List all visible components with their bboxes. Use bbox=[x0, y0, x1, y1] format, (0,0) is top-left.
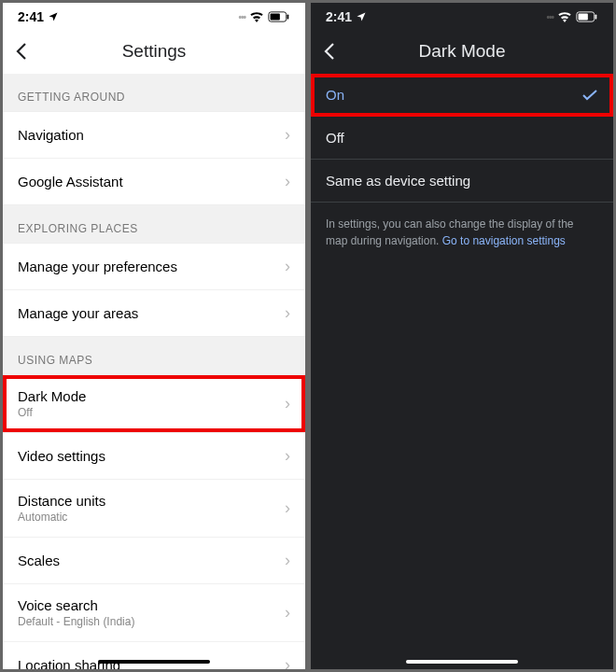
status-cell-icon: ••• bbox=[238, 12, 245, 22]
wifi-icon bbox=[557, 11, 572, 22]
chevron-right-icon: › bbox=[285, 655, 290, 669]
row-label: Video settings bbox=[18, 448, 105, 464]
phone-settings-light: 2:41 ••• Settings GETTING AROUND Navigat… bbox=[0, 0, 308, 672]
status-time: 2:41 bbox=[18, 9, 44, 24]
location-icon bbox=[356, 11, 367, 22]
row-label: Distance units bbox=[18, 493, 105, 509]
row-label: Google Assistant bbox=[18, 174, 123, 189]
row-distance-units[interactable]: Distance units Automatic › bbox=[3, 479, 305, 537]
section-header-using-maps: USING MAPS bbox=[3, 337, 305, 374]
wifi-icon bbox=[249, 11, 264, 22]
back-button[interactable] bbox=[311, 42, 348, 61]
svg-rect-4 bbox=[579, 14, 588, 21]
nav-header: Settings bbox=[3, 29, 305, 74]
check-icon bbox=[581, 89, 598, 102]
info-link[interactable]: Go to navigation settings bbox=[442, 234, 566, 247]
chevron-right-icon: › bbox=[285, 172, 290, 191]
svg-rect-2 bbox=[287, 14, 289, 19]
row-sublabel: Automatic bbox=[18, 511, 105, 524]
row-navigation[interactable]: Navigation › bbox=[3, 112, 305, 158]
chevron-right-icon: › bbox=[285, 303, 290, 323]
home-indicator[interactable] bbox=[406, 660, 518, 664]
darkmode-options: On Off Same as device setting In setting… bbox=[311, 74, 613, 669]
row-label: Dark Mode bbox=[18, 388, 86, 404]
page-title: Dark Mode bbox=[311, 41, 613, 62]
battery-icon bbox=[268, 11, 290, 22]
option-on[interactable]: On bbox=[311, 74, 613, 117]
status-time: 2:41 bbox=[326, 9, 352, 24]
location-icon bbox=[48, 11, 59, 22]
row-label: Navigation bbox=[18, 127, 84, 143]
row-sublabel: Off bbox=[18, 406, 86, 419]
chevron-right-icon: › bbox=[285, 603, 290, 623]
svg-rect-5 bbox=[595, 14, 597, 19]
chevron-right-icon: › bbox=[285, 125, 290, 145]
nav-header: Dark Mode bbox=[311, 29, 613, 74]
option-off[interactable]: Off bbox=[311, 117, 613, 160]
option-label: Off bbox=[326, 130, 344, 146]
info-text: In settings, you can also change the dis… bbox=[311, 203, 613, 262]
row-dark-mode[interactable]: Dark Mode Off › bbox=[3, 375, 305, 432]
section-header-exploring-places: EXPLORING PLACES bbox=[3, 205, 305, 243]
row-scales[interactable]: Scales › bbox=[3, 537, 305, 583]
status-bar: 2:41 ••• bbox=[3, 3, 305, 29]
row-label: Manage your preferences bbox=[18, 259, 177, 274]
row-voice-search[interactable]: Voice search Default - English (India) › bbox=[3, 583, 305, 641]
svg-rect-1 bbox=[271, 14, 280, 21]
row-manage-areas[interactable]: Manage your areas › bbox=[3, 289, 305, 336]
row-label: Voice search bbox=[18, 597, 134, 613]
section-header-getting-around: GETTING AROUND bbox=[3, 74, 305, 111]
row-video-settings[interactable]: Video settings › bbox=[3, 432, 305, 479]
option-label: On bbox=[326, 87, 344, 103]
row-label: Scales bbox=[18, 553, 60, 568]
option-same-as-device[interactable]: Same as device setting bbox=[311, 160, 613, 203]
chevron-right-icon: › bbox=[285, 257, 290, 276]
option-label: Same as device setting bbox=[326, 173, 470, 189]
status-bar: 2:41 ••• bbox=[311, 3, 613, 29]
row-label: Manage your areas bbox=[18, 305, 138, 321]
row-sublabel: Default - English (India) bbox=[18, 615, 134, 628]
status-cell-icon: ••• bbox=[546, 12, 553, 22]
row-manage-preferences[interactable]: Manage your preferences › bbox=[3, 244, 305, 289]
row-google-assistant[interactable]: Google Assistant › bbox=[3, 158, 305, 204]
battery-icon bbox=[576, 11, 598, 22]
phone-darkmode-dark: 2:41 ••• Dark Mode On Off bbox=[308, 0, 616, 672]
chevron-right-icon: › bbox=[285, 394, 290, 413]
home-indicator[interactable] bbox=[98, 660, 210, 664]
chevron-right-icon: › bbox=[285, 446, 290, 466]
chevron-right-icon: › bbox=[285, 498, 290, 518]
page-title: Settings bbox=[3, 41, 305, 62]
chevron-right-icon: › bbox=[285, 551, 290, 570]
row-location-sharing[interactable]: Location sharing › bbox=[3, 641, 305, 669]
settings-list: GETTING AROUND Navigation › Google Assis… bbox=[3, 74, 305, 669]
back-button[interactable] bbox=[3, 42, 40, 61]
